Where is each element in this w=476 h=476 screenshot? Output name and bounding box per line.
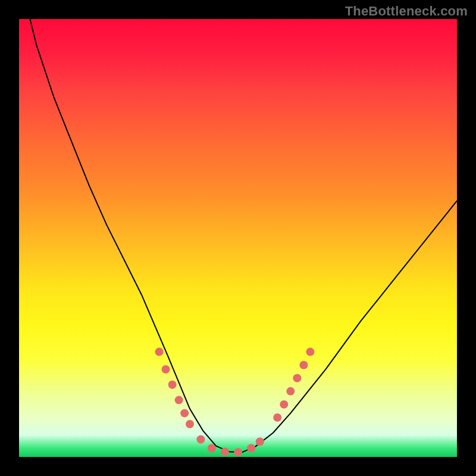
curve-marker — [168, 381, 177, 389]
watermark-text: TheBottleneck.com — [345, 4, 468, 19]
curve-marker — [180, 409, 189, 417]
curve-marker — [155, 347, 164, 356]
curve-marker — [306, 347, 314, 356]
curve-marker — [196, 436, 205, 444]
curve-marker-group — [155, 347, 315, 456]
curve-marker — [208, 444, 216, 452]
curve-marker — [162, 365, 170, 374]
curve-marker — [234, 448, 242, 456]
curve-marker — [286, 387, 295, 396]
curve-marker — [186, 420, 194, 428]
curve-marker — [175, 396, 183, 404]
curve-marker — [299, 361, 308, 369]
plot-area — [19, 19, 457, 457]
chart-svg — [19, 19, 457, 457]
curve-marker — [256, 437, 264, 446]
curve-marker — [280, 400, 288, 409]
curve-marker — [247, 444, 255, 452]
curve-marker — [221, 447, 229, 456]
curve-marker — [273, 414, 281, 422]
outer-black-frame: TheBottleneck.com — [0, 0, 476, 476]
curve-marker — [293, 374, 301, 383]
bottleneck-curve-line — [19, 19, 457, 452]
